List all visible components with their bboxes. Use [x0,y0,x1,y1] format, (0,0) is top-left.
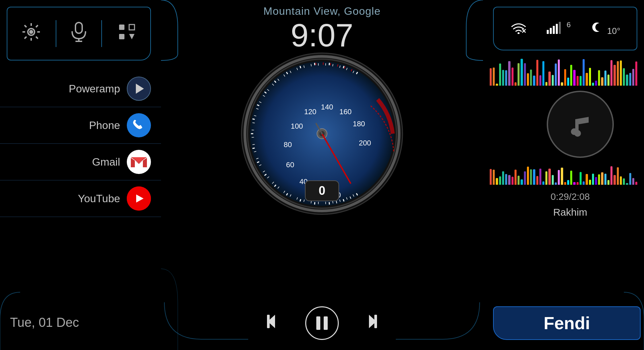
svg-line-42 [300,199,301,202]
svg-line-47 [253,148,255,148]
next-track-button[interactable] [359,311,379,335]
eq-bar [502,171,504,185]
eq-bar [558,170,560,185]
app-item-poweramp[interactable]: Poweramp [0,71,161,107]
eq-bar [542,61,544,86]
eq-bar [567,78,569,86]
music-controls [265,306,379,340]
play-pause-button[interactable] [305,306,339,340]
youtube-icon[interactable] [127,186,151,211]
svg-line-40 [336,201,337,203]
eq-bar [561,82,563,86]
temperature: 10° [607,26,620,36]
svg-marker-16 [129,34,135,39]
app-item-phone[interactable]: Phone [0,107,161,144]
divider [101,20,102,47]
eq-bar [533,76,535,86]
eq-bar [613,175,615,185]
eq-bar [548,72,550,86]
svg-text:180: 180 [353,120,365,128]
music-icon-circle[interactable] [547,91,614,158]
eq-bar [623,178,625,185]
eq-bar [493,170,495,185]
eq-bar [521,179,523,185]
eq-bar [527,73,529,86]
eq-bar [527,167,529,185]
eq-bar [555,63,557,86]
svg-line-57 [343,66,344,68]
eq-bar [545,82,547,86]
app-item-youtube[interactable]: YouTube [0,180,161,217]
settings-icon[interactable] [21,22,41,46]
pause-bar-left [316,316,320,330]
eq-bar [635,61,637,86]
eq-bar [533,169,535,185]
eq-bar [505,70,507,86]
eq-bar [564,182,566,185]
pause-bar-right [324,316,328,330]
svg-rect-13 [119,25,124,30]
svg-rect-117 [547,30,549,34]
phone-label: Phone [89,119,120,132]
eq-bar [552,75,554,86]
eq-bar [518,63,520,86]
eq-bar [629,173,631,185]
eq-bar [521,59,523,86]
eq-bar [577,76,579,86]
svg-text:60: 60 [286,161,294,169]
svg-text:120: 120 [304,107,317,116]
eq-bar [493,68,495,86]
svg-line-101 [330,63,331,65]
eq-bar [598,70,600,86]
eq-bar [524,171,526,185]
prev-track-button[interactable] [265,311,285,335]
eq-bar [573,70,575,86]
eq-bar [508,175,510,185]
eq-bar [589,68,591,86]
eq-bar [610,60,612,86]
svg-point-114 [518,32,520,34]
eq-bar [592,174,594,185]
apps-grid-icon[interactable] [116,22,137,46]
svg-text:140: 140 [321,103,333,111]
divider [56,20,56,47]
song-title-box[interactable]: Fendi [493,306,641,340]
eq-bar [586,174,588,185]
youtube-label: YouTube [78,192,120,205]
svg-line-56 [329,63,329,65]
eq-bar [512,177,514,185]
eq-bar [518,176,520,185]
eq-bar [530,169,532,185]
poweramp-label: Poweramp [69,83,120,95]
eq-bar [502,70,504,86]
eq-bar [620,60,622,86]
eq-bar [515,82,517,86]
play-triangle-icon [136,84,144,94]
eq-bar [558,59,560,86]
mic-icon[interactable] [70,22,87,46]
eq-bar [613,65,615,86]
svg-line-7 [36,25,38,27]
eq-bar [545,171,547,185]
eq-bar [623,68,625,86]
poweramp-play-button[interactable] [127,77,151,101]
eq-bar [496,84,498,86]
eq-bar [577,182,579,185]
eq-bar [632,178,634,185]
svg-text:100: 100 [291,122,303,130]
date-display: Tue, 01 Dec [10,315,79,330]
eq-bar [604,174,606,185]
wifi-icon [510,20,527,37]
svg-point-9 [29,30,33,34]
eq-bar [604,71,606,86]
eq-bar [635,182,637,185]
svg-line-49 [253,119,255,119]
gmail-icon[interactable] [127,150,151,174]
speedometer: 100 80 60 40 20 0 120 140 160 180 200 [238,50,406,218]
eq-bar [589,180,591,185]
svg-rect-119 [553,26,555,34]
eq-bar [567,180,569,185]
phone-icon[interactable] [127,113,151,137]
eq-bar [570,171,572,185]
app-item-gmail[interactable]: Gmail [0,144,161,180]
